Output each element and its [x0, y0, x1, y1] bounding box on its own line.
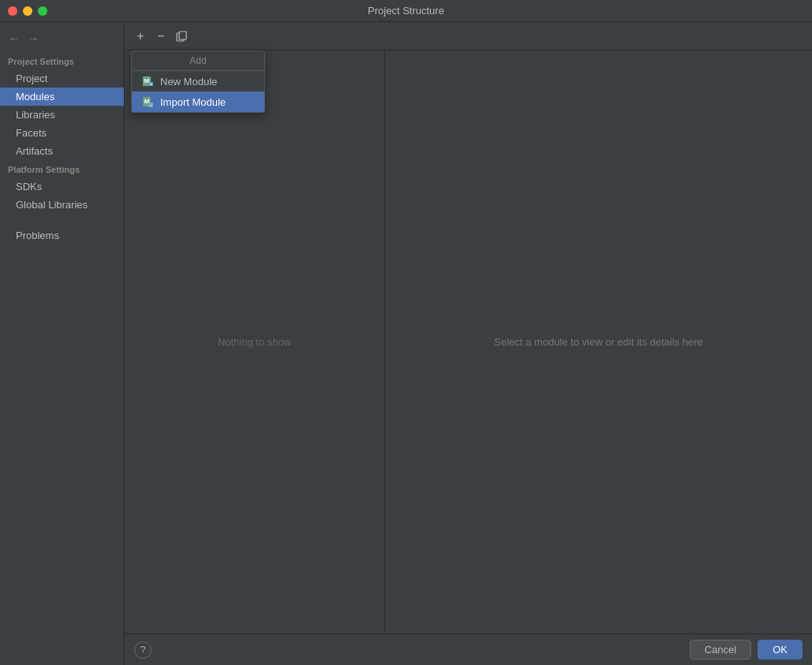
ok-button[interactable]: OK: [758, 640, 803, 659]
sidebar-item-libraries[interactable]: Libraries: [0, 106, 124, 124]
dropdown-header: Add: [132, 51, 264, 71]
project-settings-header: Project Settings: [0, 52, 124, 69]
import-module-icon: M ↓: [141, 95, 154, 108]
remove-button[interactable]: −: [152, 27, 170, 46]
maximize-button[interactable]: [38, 6, 47, 16]
sidebar: ← → Project Settings Project Modules Lib…: [0, 22, 125, 665]
left-panel: Nothing to show: [125, 50, 385, 633]
content-area: + − Add M: [125, 22, 812, 665]
toolbar: + − Add M: [125, 22, 812, 50]
sidebar-item-project[interactable]: Project: [0, 69, 124, 88]
split-content: Nothing to show Select a module to view …: [125, 50, 812, 633]
sidebar-item-problems[interactable]: Problems: [0, 226, 124, 245]
back-arrow[interactable]: ←: [6, 32, 22, 46]
copy-icon: [176, 31, 187, 42]
sidebar-item-global-libraries[interactable]: Global Libraries: [0, 196, 124, 214]
close-button[interactable]: [8, 6, 17, 16]
right-panel: Select a module to view or edit its deta…: [385, 50, 812, 633]
window-title: Project Structure: [368, 5, 444, 17]
svg-text:M: M: [144, 77, 150, 84]
copy-button[interactable]: [172, 27, 191, 46]
svg-text:↓: ↓: [149, 102, 152, 107]
empty-state-text: Nothing to show: [218, 336, 291, 348]
dropdown-item-new-module[interactable]: M + New Module: [132, 71, 264, 92]
sidebar-item-sdks[interactable]: SDKs: [0, 177, 124, 196]
window-controls: [8, 6, 47, 16]
sidebar-item-facets[interactable]: Facets: [0, 124, 124, 142]
new-module-icon: M +: [141, 75, 154, 88]
new-module-label: New Module: [160, 76, 217, 88]
minimize-button[interactable]: [23, 6, 32, 16]
sidebar-item-artifacts[interactable]: Artifacts: [0, 142, 124, 160]
sidebar-item-modules[interactable]: Modules: [0, 88, 124, 106]
svg-rect-1: [179, 32, 186, 39]
add-button[interactable]: +: [131, 27, 150, 46]
forward-arrow[interactable]: →: [25, 32, 41, 46]
add-dropdown-menu: Add M + New Module: [131, 50, 265, 113]
nav-arrows: ← →: [0, 28, 124, 52]
svg-text:+: +: [150, 81, 153, 86]
bottom-bar: ? Cancel OK: [125, 633, 812, 665]
cancel-button[interactable]: Cancel: [690, 640, 751, 659]
dropdown-item-import-module[interactable]: M ↓ Import Module: [132, 92, 264, 112]
help-button[interactable]: ?: [134, 641, 152, 659]
main-layout: ← → Project Settings Project Modules Lib…: [0, 22, 812, 665]
platform-settings-header: Platform Settings: [0, 160, 124, 177]
hint-text: Select a module to view or edit its deta…: [494, 336, 702, 348]
title-bar: Project Structure: [0, 0, 812, 22]
import-module-label: Import Module: [160, 96, 226, 108]
bottom-actions: Cancel OK: [690, 640, 803, 659]
